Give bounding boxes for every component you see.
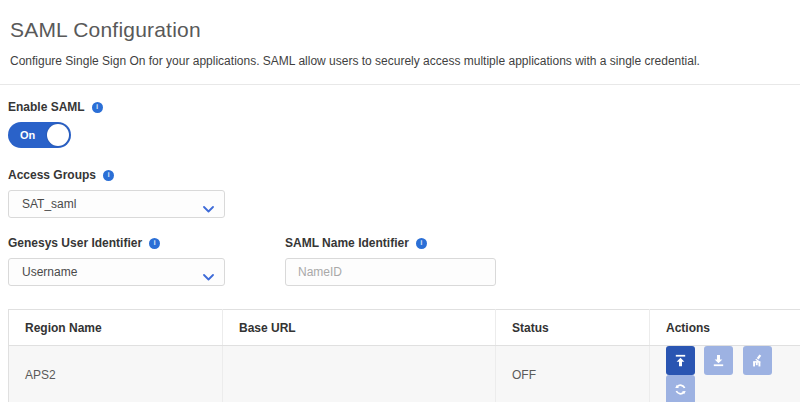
access-groups-select[interactable]: SAT_saml (8, 190, 225, 218)
saml-form: Enable SAML i On Access Groups i SAT_sam… (0, 100, 800, 286)
clean-button[interactable] (743, 346, 772, 375)
column-header-actions: Actions (650, 310, 800, 346)
base-url-cell (223, 346, 496, 402)
enable-saml-label: Enable SAML (8, 100, 85, 114)
saml-name-identifier-input[interactable] (285, 258, 496, 286)
genesys-user-identifier-label: Genesys User Identifier (8, 236, 142, 250)
upload-button[interactable] (666, 346, 695, 375)
info-icon[interactable]: i (416, 238, 427, 249)
genesys-user-identifier-field: Genesys User Identifier i Username (8, 236, 285, 286)
info-icon[interactable]: i (92, 102, 103, 113)
column-header-base-url: Base URL (223, 310, 496, 346)
genesys-user-identifier-select[interactable]: Username (8, 258, 225, 286)
saml-name-identifier-field: SAML Name Identifier i (285, 236, 496, 286)
region-name-cell: APS2 (9, 346, 223, 402)
divider (0, 84, 800, 85)
regions-table: Region Name Base URL Status Actions APS2… (8, 309, 800, 402)
status-cell: OFF (496, 346, 650, 402)
access-groups-label: Access Groups (8, 168, 96, 182)
genesys-user-identifier-selected-value: Username (22, 265, 77, 279)
column-header-region-name: Region Name (9, 310, 223, 346)
page-description: Configure Single Sign On for your applic… (10, 54, 800, 68)
chevron-down-icon (203, 270, 214, 284)
chevron-down-icon (203, 202, 214, 216)
saml-name-identifier-label-row: SAML Name Identifier i (285, 236, 496, 250)
refresh-button[interactable] (666, 375, 695, 402)
info-icon[interactable]: i (103, 170, 114, 181)
info-icon[interactable]: i (149, 238, 160, 249)
table-row: APS2 OFF (9, 346, 800, 402)
table-header-row: Region Name Base URL Status Actions (9, 310, 800, 346)
genesys-user-identifier-label-row: Genesys User Identifier i (8, 236, 285, 250)
saml-name-identifier-label: SAML Name Identifier (285, 236, 409, 250)
saml-configuration-page: SAML Configuration Configure Single Sign… (0, 18, 800, 402)
download-button[interactable] (704, 346, 733, 375)
actions-cell (650, 346, 800, 402)
page-title: SAML Configuration (10, 18, 800, 42)
toggle-state-label: On (20, 129, 35, 141)
access-groups-selected-value: SAT_saml (22, 197, 76, 211)
toggle-knob (47, 124, 69, 146)
enable-saml-toggle[interactable]: On (8, 122, 71, 148)
enable-saml-label-row: Enable SAML i (8, 100, 800, 114)
column-header-status: Status (496, 310, 650, 346)
access-groups-label-row: Access Groups i (8, 168, 800, 182)
